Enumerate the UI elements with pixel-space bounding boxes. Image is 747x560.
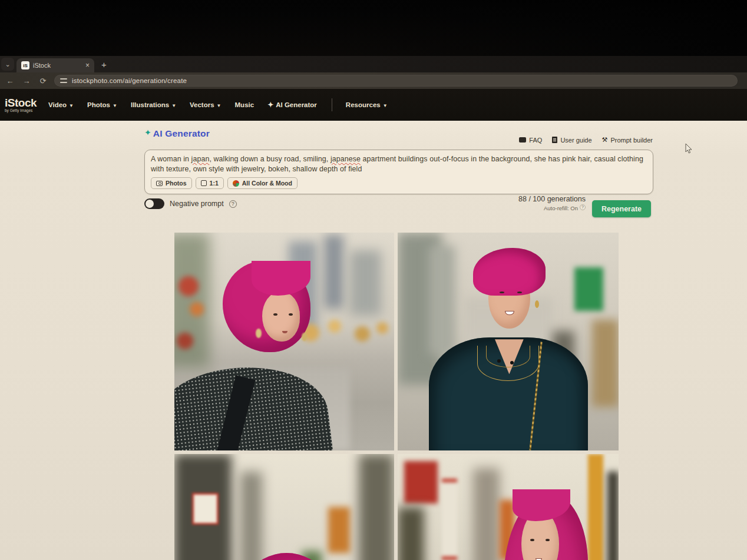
mouse-cursor	[685, 143, 693, 154]
monitor-bezel	[0, 0, 747, 56]
generated-image-2[interactable]	[398, 233, 619, 450]
tab-search-icon[interactable]: ⌄	[1, 58, 14, 71]
results-grid	[174, 233, 619, 560]
chevron-down-icon: ▼	[217, 103, 222, 108]
nav-item-video[interactable]: Video ▼	[48, 101, 74, 108]
tools-icon: ⚒	[602, 136, 608, 144]
nav-item-illustrations[interactable]: Illustrations ▼	[131, 101, 176, 108]
toggle-knob	[146, 200, 154, 208]
sparkle-icon: ✦	[267, 101, 273, 109]
chat-icon	[519, 137, 526, 143]
site-settings-icon[interactable]	[60, 78, 67, 84]
page-content: ✦ AI Generator FAQ User guide ⚒ Prompt b…	[0, 121, 747, 560]
nav-item-vectors[interactable]: Vectors ▼	[190, 101, 221, 108]
chevron-down-icon: ▼	[383, 103, 388, 108]
generated-image-3[interactable]	[174, 454, 394, 560]
forward-icon[interactable]: →	[21, 77, 32, 85]
document-icon	[552, 137, 557, 143]
chevron-down-icon: ▼	[171, 103, 176, 108]
prompt-input[interactable]: A woman in japan, walking down a busy ro…	[144, 150, 653, 194]
regenerate-button[interactable]: Regenerate	[592, 200, 651, 217]
chip-photos[interactable]: Photos	[151, 177, 192, 189]
generated-image-1[interactable]	[174, 233, 394, 450]
color-wheel-icon	[233, 180, 239, 187]
generations-counter: 88 / 100 generations Auto-refill: On ?	[518, 195, 586, 211]
generations-count: 88 / 100 generations	[518, 195, 586, 203]
url-text: istockphoto.com/ai/generation/create	[72, 77, 187, 84]
prompt-chips: Photos 1:1 All Color & Mood	[151, 177, 298, 189]
user-guide-link[interactable]: User guide	[552, 137, 591, 144]
help-links: FAQ User guide ⚒ Prompt builder	[519, 136, 653, 144]
generated-image-4[interactable]	[398, 454, 619, 560]
sparkle-icon: ✦	[144, 128, 151, 137]
chevron-down-icon: ▼	[113, 103, 117, 108]
nav-divider	[332, 98, 332, 111]
address-bar[interactable]: istockphoto.com/ai/generation/create	[54, 75, 738, 87]
browser-tab-strip: ⌄ iS iStock × +	[0, 56, 747, 72]
back-icon[interactable]: ←	[5, 77, 15, 85]
reload-icon[interactable]: ⟳	[38, 77, 48, 85]
question-icon[interactable]: ?	[580, 204, 586, 210]
tab-close-icon[interactable]: ×	[85, 61, 90, 69]
camera-icon	[156, 181, 163, 186]
negative-prompt-toggle[interactable]	[144, 198, 164, 209]
page-title: ✦ AI Generator	[144, 128, 210, 139]
nav-item-music[interactable]: Music	[235, 101, 254, 108]
help-question-icon[interactable]: ?	[229, 200, 237, 208]
faq-link[interactable]: FAQ	[519, 137, 542, 144]
nav-item-resources[interactable]: Resources ▼	[346, 101, 388, 108]
nav-item-ai-generator[interactable]: ✦ AI Generator	[267, 101, 317, 109]
chip-aspect-ratio[interactable]: 1:1	[196, 177, 224, 189]
chip-color-mood[interactable]: All Color & Mood	[227, 177, 298, 189]
chevron-down-icon: ▼	[69, 103, 74, 108]
prompt-builder-link[interactable]: ⚒ Prompt builder	[602, 136, 653, 144]
generation-controls: Negative prompt ? 88 / 100 generations A…	[144, 195, 653, 218]
screen: ⌄ iS iStock × + ← → ⟳ istockphoto.com/ai…	[0, 0, 747, 560]
istock-nav: iStock by Getty Images Video ▼ Photos ▼ …	[0, 89, 747, 121]
browser-toolbar: ← → ⟳ istockphoto.com/ai/generation/crea…	[0, 72, 747, 89]
tab-title: iStock	[33, 62, 82, 69]
nav-item-photos[interactable]: Photos ▼	[87, 101, 117, 108]
square-ratio-icon	[201, 180, 207, 186]
browser-tab[interactable]: iS iStock ×	[16, 58, 94, 72]
negative-prompt-row: Negative prompt ?	[144, 198, 237, 209]
istock-logo[interactable]: iStock by Getty Images	[5, 97, 39, 113]
auto-refill-status: Auto-refill: On ?	[518, 205, 586, 211]
istock-favicon: iS	[21, 61, 29, 69]
new-tab-button[interactable]: +	[101, 59, 107, 69]
prompt-text[interactable]: A woman in japan, walking down a busy ro…	[151, 154, 646, 174]
